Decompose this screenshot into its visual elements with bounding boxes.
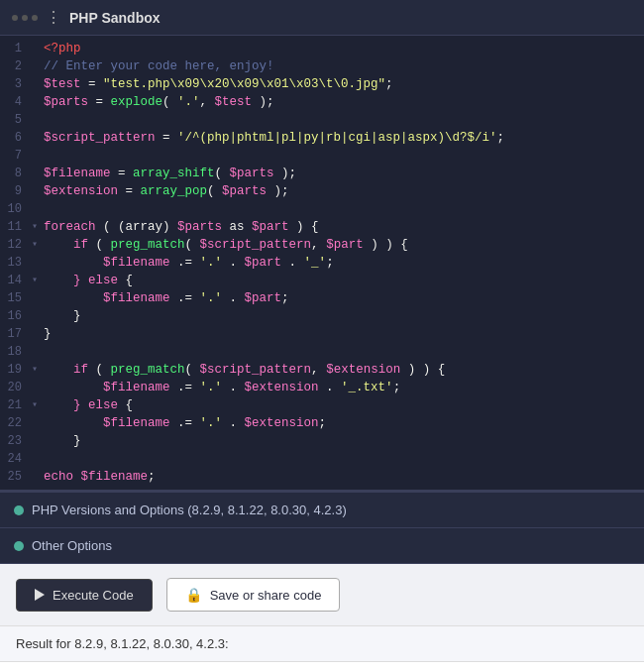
token-plain: ;	[393, 381, 401, 394]
token-str: "test.php\x09\x20\x09\x01\x03\t\0.jpg"	[103, 77, 385, 91]
other-options-label: Other Options	[32, 538, 112, 553]
code-line: 23 }	[0, 432, 644, 450]
token-plain: .=	[170, 381, 200, 394]
token-fn: explode	[111, 95, 163, 109]
line-number: 1	[0, 40, 32, 57]
token-tag: <?php	[44, 42, 81, 56]
php-versions-section[interactable]: PHP Versions and Options (8.2.9, 8.1.22,…	[0, 492, 644, 528]
line-number: 22	[0, 414, 32, 432]
token-var: $parts	[230, 167, 274, 180]
token-var: $extension	[245, 381, 319, 394]
token-plain: =	[81, 77, 104, 91]
token-var: $filename	[103, 381, 170, 394]
dot1	[12, 15, 18, 21]
line-number: 5	[0, 111, 32, 129]
token-plain: .=	[170, 256, 200, 270]
token-plain: =	[111, 167, 134, 180]
php-versions-label: PHP Versions and Options (8.2.9, 8.1.22,…	[32, 503, 347, 517]
code-line: 22 $filename .= '.' . $extension;	[0, 414, 644, 432]
token-var: $filename	[103, 416, 170, 430]
line-number: 7	[0, 147, 32, 165]
token-var: $script_pattern	[200, 238, 312, 252]
token-plain: {	[118, 398, 133, 412]
code-line: 13 $filename .= '.' . $part . '_';	[0, 254, 644, 272]
line-code	[44, 450, 644, 468]
token-plain: ;	[326, 256, 334, 270]
token-plain	[73, 470, 81, 484]
token-var: $test	[215, 95, 253, 109]
token-plain: ;	[385, 77, 393, 91]
token-plain	[44, 398, 73, 412]
result-bar: Result for 8.2.9, 8.1.22, 8.0.30, 4.2.3:	[0, 625, 644, 662]
code-line: 7	[0, 147, 644, 165]
line-number: 25	[0, 468, 32, 486]
token-var: $script_pattern	[200, 363, 312, 377]
line-code	[44, 111, 644, 129]
line-number: 20	[0, 379, 32, 396]
execute-button[interactable]: Execute Code	[16, 579, 153, 612]
line-code: $filename .= '.' . $part;	[44, 289, 644, 307]
code-line: 14▾ } else {	[0, 272, 644, 289]
line-code	[44, 200, 644, 218]
line-code: foreach ( (array) $parts as $part ) {	[44, 218, 644, 236]
line-number: 15	[0, 289, 32, 307]
code-line: 10	[0, 200, 644, 218]
line-code: $filename .= '.' . $extension . '_.txt';	[44, 379, 644, 396]
code-line: 6 $script_pattern = '/^(php|phtml|pl|py|…	[0, 129, 644, 147]
line-code: } else {	[44, 272, 644, 289]
token-plain: .	[222, 291, 245, 305]
app-title: PHP Sandbox	[69, 10, 161, 26]
token-fn: preg_match	[111, 238, 185, 252]
line-number: 14	[0, 272, 32, 289]
token-str: '_'	[304, 256, 327, 270]
other-options-section[interactable]: Other Options	[0, 528, 644, 564]
line-code: if ( preg_match( $script_pattern, $exten…	[44, 361, 644, 379]
line-code: $filename = array_shift( $parts );	[44, 165, 644, 182]
line-arrow: ▾	[32, 272, 44, 289]
dot3	[32, 15, 38, 21]
token-plain: .	[222, 256, 245, 270]
token-kw: } else	[73, 274, 118, 287]
line-code: $filename .= '.' . $extension;	[44, 414, 644, 432]
title-bar: ⋮ PHP Sandbox	[0, 0, 644, 36]
token-plain: }	[44, 309, 81, 323]
token-plain: {	[118, 274, 133, 287]
code-line: 16 }	[0, 307, 644, 325]
token-plain: (	[207, 184, 222, 198]
token-var: $filename	[44, 167, 111, 180]
result-label: Result for 8.2.9, 8.1.22, 8.0.30, 4.2.3:	[16, 636, 229, 651]
token-plain: (	[185, 238, 200, 252]
line-number: 8	[0, 165, 32, 182]
line-number: 24	[0, 450, 32, 468]
code-line: 25 echo $filename;	[0, 468, 644, 486]
code-editor[interactable]: 1 <?php2 // Enter your code here, enjoy!…	[0, 36, 644, 492]
share-button[interactable]: 🔒 Save or share code	[166, 578, 341, 612]
token-fn: array_pop	[141, 184, 208, 198]
line-number: 12	[0, 236, 32, 254]
token-str: '.'	[200, 291, 223, 305]
token-var: $filename	[103, 291, 170, 305]
code-line: 5	[0, 111, 644, 129]
line-number: 21	[0, 396, 32, 414]
token-plain: .	[319, 381, 342, 394]
code-line: 3 $test = "test.php\x09\x20\x09\x01\x03\…	[0, 75, 644, 93]
token-comment: // Enter your code here, enjoy!	[44, 59, 274, 73]
token-var: $parts	[177, 220, 222, 234]
line-code: // Enter your code here, enjoy!	[44, 57, 644, 75]
line-number: 13	[0, 254, 32, 272]
token-plain: =	[156, 131, 178, 145]
line-code: }	[44, 325, 644, 343]
dot2	[22, 15, 28, 21]
code-line: 11▾foreach ( (array) $parts as $part ) {	[0, 218, 644, 236]
token-plain: ;	[148, 470, 156, 484]
token-plain: ) ) {	[400, 363, 445, 377]
token-var: $part	[245, 256, 282, 270]
token-plain: ,	[311, 363, 326, 377]
result-output: test.php 🪙 .jpg	[0, 662, 644, 672]
code-line: 12▾ if ( preg_match( $script_pattern, $p…	[0, 236, 644, 254]
line-code	[44, 147, 644, 165]
token-plain: (	[88, 363, 111, 377]
token-fn: array_shift	[133, 167, 215, 180]
line-arrow: ▾	[32, 396, 44, 414]
token-plain: .=	[170, 416, 200, 430]
